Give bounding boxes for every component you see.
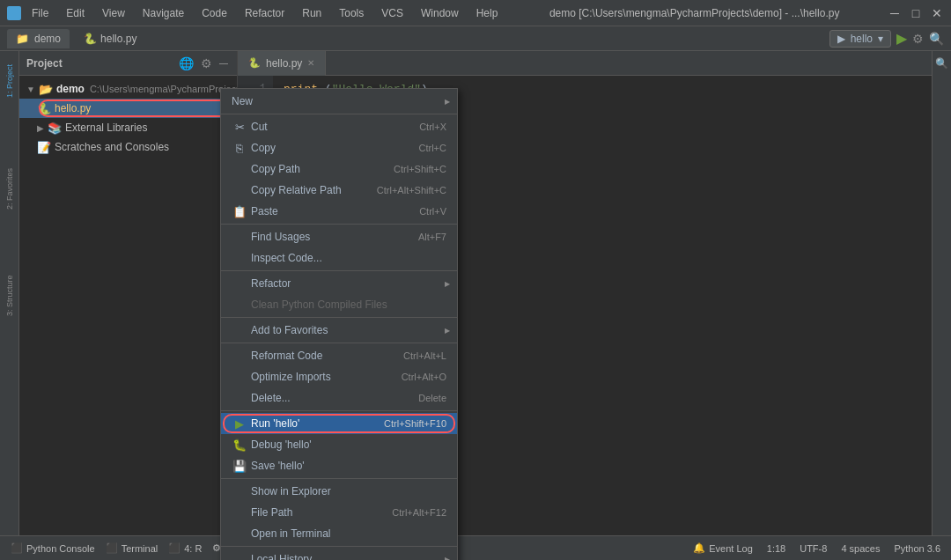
menu-run[interactable]: Run [299,5,325,21]
menu-item-delete[interactable]: Delete... Delete [221,387,457,409]
run-button[interactable]: ▶ [896,30,907,47]
menu-item-debug-hello[interactable]: 🐛 Debug 'hello' [221,434,457,455]
menu-item-copy-path[interactable]: Copy Path Ctrl+Shift+C [221,158,457,180]
menu-code[interactable]: Code [198,5,231,21]
menu-item-copy[interactable]: ⎘ Copy Ctrl+C [221,137,457,158]
folder-open-icon: 📂 [39,83,53,96]
menu-copy-relative-label: Copy Relative Path [251,184,366,196]
menu-refactor[interactable]: Refactor [241,5,288,21]
statusbar: ⬛ Python Console ⬛ Terminal ⬛ 4: R ⚙ Cre… [0,535,951,560]
cut-icon: ✂ [232,121,247,134]
menu-paste-label: Paste [251,205,409,217]
editor-tab-hello-py[interactable]: 🐍 hello.py ✕ [238,51,326,76]
tab-close-icon[interactable]: ✕ [307,58,314,68]
status-right: 🔔 Event Log 1:18 UTF-8 4 spaces Python 3… [693,542,940,554]
menu-local-history-label: Local History [251,553,446,560]
menu-item-file-path[interactable]: File Path Ctrl+Alt+F12 [221,502,457,523]
menu-item-inspect-code[interactable]: Inspect Code... [221,247,457,269]
menu-find-shortcut: Alt+F7 [418,232,446,242]
menu-paste-shortcut: Ctrl+V [419,206,446,217]
separator-3 [221,270,457,271]
run-config-selector[interactable]: ▶ hello ▾ [829,30,891,48]
menu-item-find-usages[interactable]: Find Usages Alt+F7 [221,226,457,247]
menu-item-refactor[interactable]: Refactor [221,273,457,294]
status-terminal[interactable]: ⬛ Terminal [106,542,158,554]
right-search-icon[interactable]: 🔍 [933,55,951,72]
menu-copy-path-shortcut: Ctrl+Shift+C [394,164,446,174]
menu-run-hello-shortcut: Ctrl+Shift+F10 [384,418,446,429]
status-encoding[interactable]: UTF-8 [800,542,827,554]
settings-button[interactable]: ⚙ [912,32,924,46]
minimize-button[interactable]: ─ [888,6,902,20]
separator-4 [221,317,457,318]
menu-vcs[interactable]: VCS [378,5,407,21]
menu-item-reformat[interactable]: Reformat Code Ctrl+Alt+L [221,345,457,366]
minimize-panel-icon[interactable]: ─ [217,55,230,72]
status-run[interactable]: ⬛ 4: R [168,542,202,554]
menu-debug-label: Debug 'hello' [251,438,446,451]
menu-file[interactable]: File [28,5,52,21]
menu-item-copy-relative-path[interactable]: Copy Relative Path Ctrl+Alt+Shift+C [221,180,457,201]
menu-bar: File Edit View Navigate Code Refactor Ru… [28,5,501,21]
project-tab[interactable]: 📁 demo [7,29,70,48]
globe-icon[interactable]: 🌐 [177,55,195,72]
copy-icon: ⎘ [232,142,247,155]
tree-item-hello-py[interactable]: 🐍 hello.py [19,99,237,118]
search-button[interactable]: 🔍 [929,32,944,46]
menu-window[interactable]: Window [417,5,462,21]
menu-new-label: New [232,95,446,107]
gear-settings-icon[interactable]: ⚙ [199,55,214,72]
terminal-status-icon: ⬛ [106,542,118,554]
tree-scratches-label: Scratches and Consoles [55,141,169,153]
hello-tab[interactable]: 🐍 hello.py [84,33,136,45]
tree-item-scratches[interactable]: 📝 Scratches and Consoles [19,137,237,157]
menu-tools[interactable]: Tools [335,5,367,21]
tree-demo-label: demo [56,83,85,95]
sidebar-item-structure[interactable]: 3: Structure [1,269,18,322]
status-python-console[interactable]: ⬛ Python Console [11,542,95,554]
menu-item-open-terminal[interactable]: Open in Terminal [221,523,457,544]
tree-item-demo[interactable]: ▼ 📂 demo C:\Users\mengma\PycharmProjects… [19,79,237,99]
menu-refactor-label: Refactor [251,277,446,290]
menu-optimize-label: Optimize Imports [251,371,391,383]
menu-open-terminal-label: Open in Terminal [251,527,446,540]
menu-item-add-favorites[interactable]: Add to Favorites [221,320,457,341]
menu-edit[interactable]: Edit [63,5,88,21]
terminal-label: Terminal [122,543,158,554]
save-icon: 💾 [232,460,247,473]
library-icon: 📚 [48,122,62,135]
menu-item-new[interactable]: New [221,91,457,112]
separator-1 [221,114,457,114]
event-log-icon: 🔔 [693,542,705,554]
tab-label: hello.py [266,57,302,70]
menu-cut-label: Cut [251,121,409,133]
menu-item-cut[interactable]: ✂ Cut Ctrl+X [221,116,457,137]
project-tabbar: 📁 demo 🐍 hello.py ▶ hello ▾ ▶ ⚙ 🔍 [0,26,951,51]
tree-libs-label: External Libraries [65,122,147,134]
tree-libs-arrow: ▶ [37,123,44,133]
menu-item-show-explorer[interactable]: Show in Explorer [221,481,457,502]
sidebar-item-favorites[interactable]: 2: Favorites [1,162,18,215]
sidebar-item-project[interactable]: 1: Project [1,55,18,107]
menu-delete-label: Delete... [251,392,408,404]
menu-item-local-history[interactable]: Local History [221,549,457,560]
tab-python-icon: 🐍 [248,57,261,69]
status-event-log[interactable]: 🔔 Event Log [693,542,753,554]
tree-item-external-libs[interactable]: ▶ 📚 External Libraries [19,118,237,137]
menu-view[interactable]: View [99,5,129,21]
menu-item-optimize-imports[interactable]: Optimize Imports Ctrl+Alt+O [221,366,457,387]
maximize-button[interactable]: □ [909,6,923,20]
window-controls: ─ □ ✕ [888,6,944,20]
status-position[interactable]: 1:18 [767,542,785,554]
menu-navigate[interactable]: Navigate [139,5,188,21]
close-button[interactable]: ✕ [930,6,944,20]
menu-copy-path-label: Copy Path [251,163,383,175]
status-python-version[interactable]: Python 3.6 [894,542,940,554]
status-spaces[interactable]: 4 spaces [841,542,880,554]
tree-arrow-icon: ▼ [26,85,35,94]
menu-help[interactable]: Help [473,5,502,21]
menu-item-save-hello[interactable]: 💾 Save 'hello' [221,455,457,476]
menu-item-paste[interactable]: 📋 Paste Ctrl+V [221,201,457,222]
menu-item-run-hello[interactable]: ▶ Run 'hello' Ctrl+Shift+F10 [221,413,457,434]
menu-show-explorer-label: Show in Explorer [251,485,446,497]
